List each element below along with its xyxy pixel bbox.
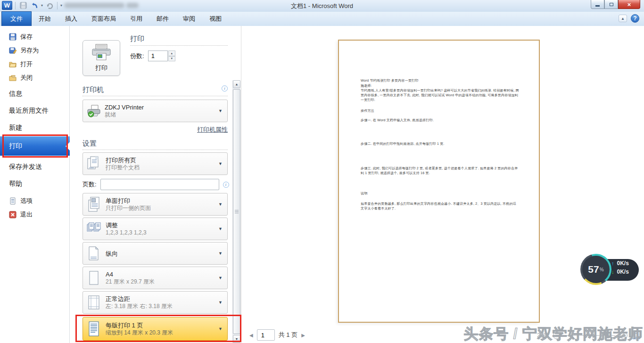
tab-view[interactable]: 视图: [202, 12, 229, 26]
sidebar-item-label: 退出: [20, 210, 33, 219]
scroll-down-icon[interactable]: ▼: [233, 335, 240, 343]
sidebar-item-print[interactable]: 打印: [0, 136, 70, 156]
dropdown-subtitle: 左: 3.18 厘米 右: 3.18 厘米: [106, 303, 173, 310]
tab-page-layout[interactable]: 页面布局: [84, 12, 123, 26]
copies-input[interactable]: [148, 50, 168, 61]
dropdown-title: 正常边距: [106, 295, 173, 303]
printer-dropdown[interactable]: ZDKJ VPrinter 就绪 ▼: [83, 100, 228, 122]
current-page-input[interactable]: [257, 329, 275, 341]
percent-symbol: %: [600, 267, 604, 272]
upload-speed-row: ↑ 0K/s: [611, 260, 629, 267]
sidebar-item-options[interactable]: 选项: [0, 194, 70, 208]
sidebar-item-label: 帮助: [9, 180, 22, 188]
doc-step: 步骤一. 在 Word 文档中输入文件, 然后选择打印.: [361, 118, 519, 123]
tab-insert[interactable]: 插入: [58, 12, 84, 26]
watermark-text: 头条号 / 宁双学好网施老师: [463, 324, 643, 343]
sidebar-item-close[interactable]: 关闭: [0, 71, 70, 84]
printer-info-icon[interactable]: i: [222, 85, 228, 92]
copies-increment-icon[interactable]: ▲: [168, 50, 175, 56]
chevron-down-icon: ▼: [218, 251, 223, 256]
sidebar-item-help[interactable]: 帮助: [0, 176, 70, 192]
next-page-icon[interactable]: ▶: [301, 333, 305, 338]
print-button[interactable]: 打印: [83, 40, 120, 76]
doc-heading: 操作方法: [361, 109, 519, 113]
collapse-ribbon-icon[interactable]: ▲: [619, 15, 627, 22]
sidebar-item-label: 保存: [20, 33, 33, 41]
margins-icon: [87, 294, 101, 310]
paper-size-dropdown[interactable]: A4 21 厘米 x 29.7 厘米 ▼: [83, 267, 228, 289]
tab-references[interactable]: 引用: [123, 12, 149, 26]
sidebar-item-label: 信息: [9, 90, 22, 98]
pages-per-sheet-dropdown[interactable]: 每版打印 1 页 缩放到 14 厘米 x 20.3 厘米 ▼: [83, 317, 228, 341]
print-preview-area: Word 节约纸张打印 多页内容一页打印 施老师: 节约用纸,人人有责!想多页内…: [242, 26, 644, 343]
print-panel: 打印 打印 份数: ▲ ▼ 打印机 i: [70, 26, 241, 343]
download-arrow-icon: ↓: [611, 269, 614, 275]
title-bar: W ▾ ▾ 文档1 - Microsoft Word ×: [0, 0, 644, 12]
paper-size-icon: [87, 270, 101, 286]
help-icon[interactable]: ?: [631, 14, 639, 23]
scrollbar-thumb[interactable]: [233, 89, 240, 334]
tab-file[interactable]: 文件: [1, 11, 32, 26]
doc-paragraph: 节约用纸,人人有责!想多页内容缩放到一页打印出来吗? 这样可以大大的节省我们的纸…: [361, 88, 519, 102]
printer-properties-link[interactable]: 打印机属性: [197, 126, 228, 133]
sidebar-item-open[interactable]: 打开: [0, 57, 70, 71]
dropdown-title: 纵向: [106, 250, 118, 258]
sidebar-item-exit[interactable]: 退出: [0, 208, 70, 221]
tab-review[interactable]: 审阅: [176, 12, 202, 26]
sidebar-item-label: 打开: [20, 60, 33, 68]
chevron-down-icon: ▼: [218, 276, 223, 280]
doc-heading: 说明: [361, 191, 519, 196]
doc-paragraph: 如果要合并的页数越多, 那么打印出来的文字内容也就会越小. 不建议并太多, 2、…: [361, 201, 519, 211]
sidebar-item-info[interactable]: 信息: [0, 85, 70, 102]
pages-label: 页数:: [83, 180, 97, 189]
options-icon: [9, 197, 17, 205]
download-speed-row: ↓ 0K/s: [611, 268, 629, 275]
upload-speed-value: 0K/s: [617, 260, 629, 267]
pages-input[interactable]: [100, 179, 219, 190]
dropdown-subtitle: 缩放到 14 厘米 x 20.3 厘米: [106, 329, 173, 336]
one-sided-page-icon: [87, 196, 101, 212]
print-range-dropdown[interactable]: 打印所有页 打印整个文档 ▼: [83, 152, 228, 175]
progress-ring: 57 %: [580, 254, 611, 285]
sidebar-item-new[interactable]: 新建: [0, 119, 70, 136]
previous-page-icon[interactable]: ◀: [249, 333, 253, 338]
close-button[interactable]: ×: [618, 0, 640, 9]
chevron-down-icon: ▼: [218, 326, 223, 331]
backstage-view: 保存 另存为 打开 关闭 信息 最近所用文件 新建: [0, 26, 644, 343]
download-speed-widget[interactable]: ↑ 0K/s ↓ 0K/s 57 %: [580, 254, 642, 286]
scroll-up-icon[interactable]: ▲: [233, 80, 240, 88]
panel-scrollbar[interactable]: ▲ ▼: [232, 80, 240, 343]
tab-mailings[interactable]: 邮件: [149, 12, 176, 26]
dropdown-subtitle: 只打印一侧的页面: [106, 205, 151, 212]
dropdown-title: 单面打印: [106, 197, 151, 205]
tab-home[interactable]: 开始: [32, 12, 58, 26]
copies-decrement-icon[interactable]: ▼: [168, 56, 175, 62]
pages-info-icon[interactable]: i: [223, 182, 229, 188]
dropdown-title: A4: [106, 270, 155, 278]
copies-label: 份数:: [130, 52, 144, 60]
divider: [130, 45, 228, 46]
orientation-dropdown[interactable]: 纵向 ▼: [83, 242, 228, 265]
restore-button[interactable]: [604, 0, 618, 9]
portrait-page-icon: [87, 245, 101, 261]
download-speed-value: 0K/s: [617, 268, 629, 275]
dropdown-title: 调整: [106, 221, 147, 229]
margins-dropdown[interactable]: 正常边距 左: 3.18 厘米 右: 3.18 厘米 ▼: [83, 291, 228, 314]
printer-icon: [91, 44, 111, 61]
sidebar-item-save[interactable]: 保存: [0, 30, 70, 43]
section-settings-header: 设置: [83, 139, 97, 148]
sidebar-item-label: 另存为: [20, 46, 39, 55]
doc-step: 步骤三. 此时, 我们可以选择每版打印 2 页, 或者更多页, 这个还是看个人需…: [361, 166, 519, 176]
collate-dropdown[interactable]: 调整 1,2,3 1,2,3 1,2,3 ▼: [83, 218, 228, 240]
sidebar-item-recent[interactable]: 最近所用文件: [0, 102, 70, 119]
dropdown-subtitle: 打印整个文档: [106, 164, 140, 171]
sidebar-item-save-send[interactable]: 保存并发送: [0, 159, 70, 176]
dropdown-subtitle: 21 厘米 x 29.7 厘米: [106, 278, 155, 285]
divider: [83, 96, 228, 96]
duplex-dropdown[interactable]: 单面打印 只打印一侧的页面 ▼: [83, 193, 228, 216]
doc-line: 施老师:: [361, 84, 519, 88]
window-controls: ×: [591, 0, 640, 9]
minimize-button[interactable]: [591, 0, 604, 9]
sidebar-item-save-as[interactable]: 另存为: [0, 43, 70, 57]
printer-small-icon: [87, 104, 101, 118]
